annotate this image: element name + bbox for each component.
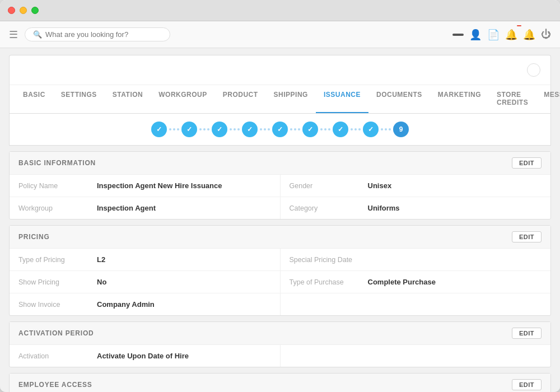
section-activation-period: ACTIVATION PERIODEDITActivationActivate … (9, 321, 551, 367)
data-label: Workgroup (18, 204, 97, 212)
data-value: Unisex (368, 181, 392, 190)
data-label: Policy Name (18, 181, 97, 190)
step-dots-7 (351, 128, 361, 130)
section-title-activation-period: ACTIVATION PERIOD (18, 329, 94, 337)
step-dots-5 (290, 128, 300, 130)
data-value: Uniforms (368, 204, 400, 212)
data-cell: Show InvoiceCompany Admin (10, 293, 280, 315)
search-input[interactable] (45, 30, 162, 39)
edit-button-pricing[interactable]: EDIT (512, 231, 542, 242)
sections-wrapper: BASIC INFORMATIONEDITPolicy NameInspecti… (9, 151, 551, 392)
search-icon: 🔍 (33, 30, 42, 39)
nav-tab-product[interactable]: PRODUCT (215, 85, 266, 113)
nav-tab-workgroup[interactable]: WORKGROUP (151, 85, 215, 113)
step-dots-last (381, 128, 391, 130)
data-cell: CategoryUniforms (280, 197, 551, 219)
data-value: Complete Purchase (368, 278, 436, 286)
notification-icon[interactable]: 🔔 (505, 29, 517, 41)
nav-tab-messages[interactable]: MESSAGES (536, 85, 560, 113)
nav-tab-documents[interactable]: DOCUMENTS (368, 85, 430, 113)
section-title-basic-information: BASIC INFORMATION (18, 159, 96, 167)
section-title-pricing: PRICING (18, 233, 50, 241)
nav-tab-store-credits[interactable]: STORE CREDITS (489, 85, 536, 113)
data-label: Type of Pricing (18, 255, 97, 264)
edit-button-basic-information[interactable]: EDIT (512, 157, 542, 169)
table-row: WorkgroupInspection AgentCategoryUniform… (10, 197, 550, 219)
progress-step-8[interactable]: ✓ (363, 122, 379, 137)
section-header-activation-period: ACTIVATION PERIODEDIT (10, 322, 550, 345)
nav-tab-shipping[interactable]: SHIPPING (266, 85, 316, 113)
bell-icon[interactable]: 🔔 (523, 29, 535, 41)
progress-bar: ✓✓✓✓✓✓✓✓9 (9, 114, 551, 146)
progress-step-4[interactable]: ✓ (242, 122, 258, 137)
progress-step-5[interactable]: ✓ (272, 122, 288, 137)
nav-tab-basic[interactable]: BASIC (15, 85, 53, 113)
nav-tab-issuance[interactable]: ISSUANCE (316, 85, 368, 113)
data-cell: GenderUnisex (280, 175, 551, 197)
progress-step-3[interactable]: ✓ (212, 122, 227, 137)
minimize-button[interactable] (20, 7, 27, 14)
data-cell (280, 345, 551, 367)
data-label: Show Invoice (18, 300, 97, 309)
data-cell: Policy NameInspection Agent New Hire Iss… (10, 175, 280, 197)
nav-tabs: BASICSETTINGSSTATIONWORKGROUPPRODUCTSHIP… (9, 85, 551, 114)
progress-step-6[interactable]: ✓ (302, 122, 318, 137)
table-row: ActivationActivate Upon Date of Hire (10, 345, 550, 367)
maximize-button[interactable] (31, 7, 39, 14)
data-label: Special Pricing Date (290, 255, 368, 264)
data-value: L2 (97, 255, 105, 264)
data-label: Type of Purchase (290, 278, 368, 286)
data-label (290, 300, 368, 301)
progress-step-current[interactable]: 9 (393, 122, 409, 137)
progress-step-1[interactable]: ✓ (151, 122, 167, 137)
help-icon[interactable] (527, 63, 540, 77)
super-badge (452, 34, 464, 36)
nav-tab-station[interactable]: STATION (105, 85, 151, 113)
data-value: Inspection Agent New Hire Issuance (97, 181, 222, 190)
table-row: Policy NameInspection Agent New Hire Iss… (10, 175, 550, 197)
main-content: BASICSETTINGSSTATIONWORKGROUPPRODUCTSHIP… (0, 48, 560, 392)
edit-button-employee-access[interactable]: EDIT (512, 379, 542, 390)
data-label: Category (290, 204, 368, 212)
back-button[interactable] (20, 69, 26, 71)
progress-step-7[interactable]: ✓ (333, 122, 348, 137)
menu-icon[interactable]: ☰ (9, 29, 18, 41)
nav-tab-settings[interactable]: SETTINGS (53, 85, 105, 113)
step-dots-1 (169, 128, 179, 130)
table-row: Type of PricingL2Special Pricing Date (10, 249, 550, 271)
nav-tab-marketing[interactable]: MARKETING (430, 85, 489, 113)
data-cell: WorkgroupInspection Agent (10, 197, 280, 219)
close-button[interactable] (8, 7, 15, 14)
data-label: Gender (290, 181, 368, 190)
data-label (290, 352, 368, 352)
edit-button-activation-period[interactable]: EDIT (512, 328, 542, 339)
power-icon[interactable]: ⏻ (541, 29, 551, 40)
data-value: Activate Upon Date of Hire (97, 352, 189, 360)
data-cell (280, 293, 551, 315)
data-cell: Type of PurchaseComplete Purchase (280, 271, 551, 293)
step-dots-4 (260, 128, 270, 130)
notification-badge (517, 25, 521, 26)
step-dots-2 (199, 128, 209, 130)
data-cell: Type of PricingL2 (10, 249, 280, 270)
section-basic-information: BASIC INFORMATIONEDITPolicy NameInspecti… (9, 151, 551, 220)
step-dots-3 (230, 128, 240, 130)
table-row: Show PricingNoType of PurchaseComplete P… (10, 271, 550, 293)
progress-step-2[interactable]: ✓ (181, 122, 197, 137)
topbar: ☰ 🔍 👤 📄 🔔 🔔 ⏻ (0, 21, 560, 48)
data-cell: Show PricingNo (10, 271, 280, 293)
traffic-lights (8, 7, 39, 14)
document-icon[interactable]: 📄 (487, 29, 500, 41)
table-row: Show InvoiceCompany Admin (10, 293, 550, 315)
data-value: No (97, 278, 106, 286)
data-label: Activation (18, 352, 97, 360)
data-cell: Special Pricing Date (280, 249, 551, 270)
topbar-right: 👤 📄 🔔 🔔 ⏻ (452, 29, 551, 41)
section-header-basic-information: BASIC INFORMATIONEDIT (10, 152, 550, 175)
data-value: Inspection Agent (97, 204, 156, 212)
data-value: Company Admin (97, 300, 155, 309)
titlebar (0, 0, 560, 21)
section-title-employee-access: EMPLOYEE ACCESS (18, 381, 92, 389)
client-header-left (20, 69, 34, 71)
user-icon[interactable]: 👤 (469, 29, 482, 41)
